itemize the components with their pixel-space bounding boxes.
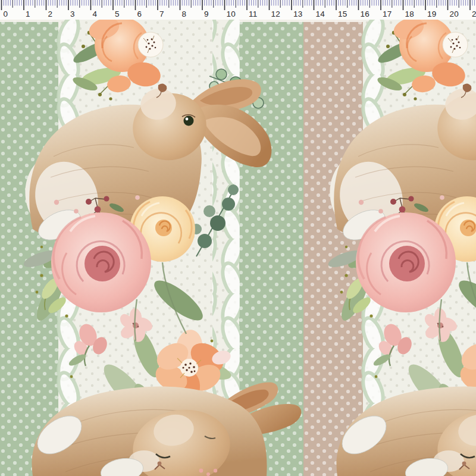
ruler-number: 14 <box>316 10 325 18</box>
ruler-number: 1 <box>26 10 30 18</box>
fabric-pattern <box>0 20 476 476</box>
ruler-number: 3 <box>70 10 75 18</box>
ruler-number: 6 <box>137 10 142 18</box>
ruler-number: 7 <box>159 10 164 18</box>
ruler-number: 2 <box>48 10 53 18</box>
ruler-number: 10 <box>227 10 236 18</box>
ruler-number: 11 <box>249 10 258 18</box>
ruler-number: 18 <box>405 10 415 18</box>
fabric-swatch-photo: 0123456789101112131415161718192021 <box>0 0 476 476</box>
ruler-number: 20 <box>450 10 459 18</box>
ruler-number: 9 <box>204 10 209 18</box>
ruler-number: 0 <box>4 10 8 18</box>
ruler-number: 17 <box>383 10 392 18</box>
ruler-number: 21 <box>472 10 476 18</box>
ruler-number: 16 <box>361 10 370 18</box>
ruler-number: 5 <box>115 10 120 18</box>
ruler-number: 13 <box>293 10 303 18</box>
fabric-art <box>0 20 476 476</box>
ruler-number: 15 <box>338 10 347 18</box>
ruler-number: 8 <box>182 10 187 18</box>
ruler-number: 19 <box>427 10 437 18</box>
ruler-number: 12 <box>271 10 281 18</box>
ruler: 0123456789101112131415161718192021 <box>0 0 476 20</box>
ruler-number: 4 <box>93 10 98 18</box>
